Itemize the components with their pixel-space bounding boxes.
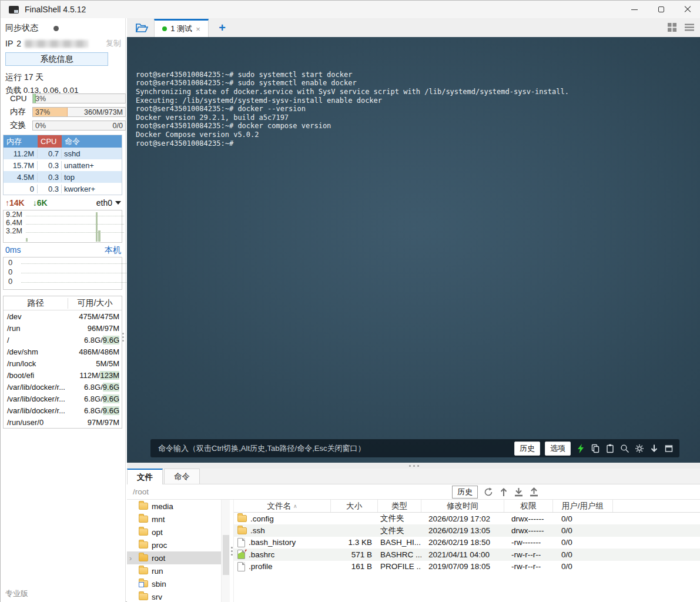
- tree-item[interactable]: › run: [127, 564, 221, 577]
- disk-row[interactable]: /run/lock 5M/5M: [4, 357, 122, 369]
- tab-commands[interactable]: 命令: [164, 469, 200, 484]
- ip-value-redacted: [25, 40, 88, 48]
- refresh-button[interactable]: [483, 487, 493, 497]
- file-name: .config: [250, 514, 274, 523]
- sync-status-dot: [53, 26, 59, 31]
- tab-files[interactable]: 文件: [127, 469, 163, 484]
- tab-close-icon[interactable]: ×: [196, 25, 200, 34]
- file-table-header: 文件名∧ 大小 类型 修改时间 权限 用户/用户组: [234, 500, 700, 513]
- expander-chevron-icon[interactable]: ›: [129, 554, 135, 563]
- file-row[interactable]: .config 文件夹 2026/02/19 17:02 drwx------ …: [234, 513, 700, 524]
- ping-gridline: 0: [8, 257, 126, 267]
- tree-item[interactable]: › srv: [127, 590, 221, 602]
- tree-item[interactable]: › media: [127, 500, 221, 513]
- tab-terminal-1[interactable]: 1 测试 ×: [154, 19, 209, 37]
- upload-button[interactable]: [529, 487, 539, 497]
- process-col-cpu[interactable]: CPU: [38, 135, 62, 148]
- disk-row[interactable]: /run/user/0 97M/97M: [4, 416, 122, 428]
- connection-speed-button[interactable]: [575, 443, 585, 453]
- tree-scrollbar-thumb[interactable]: [223, 535, 229, 575]
- ping-gridline: 0: [8, 276, 126, 286]
- disk-row[interactable]: /run 96M/97M: [4, 322, 122, 334]
- tree-item[interactable]: › opt: [127, 526, 221, 539]
- copy-icon: [591, 444, 600, 453]
- tree-resize-handle[interactable]: [230, 500, 234, 602]
- disk-row[interactable]: /dev 475M/475M: [4, 310, 122, 322]
- tree-item-label: media: [152, 502, 173, 511]
- disk-col-path[interactable]: 路径: [4, 298, 68, 309]
- process-table-header[interactable]: 内存 CPU 命令: [4, 135, 122, 148]
- file-row[interactable]: .bash_history 1.3 KB BASH_HI... 2026/02/…: [234, 537, 700, 549]
- tree-scrollbar[interactable]: [221, 500, 230, 602]
- disk-path: /var/lib/docker/r...: [4, 394, 66, 403]
- tree-item[interactable]: › mnt: [127, 513, 221, 526]
- sidebar-resize-handle[interactable]: [122, 333, 125, 342]
- panel-resize-handle[interactable]: [127, 463, 700, 469]
- minimize-button[interactable]: [621, 1, 648, 18]
- disk-row[interactable]: / 6.8G/9.6G: [4, 334, 122, 346]
- file-row[interactable]: .profile 161 B PROFILE ... 2019/07/09 18…: [234, 561, 700, 573]
- file-row[interactable]: .ssh 文件夹 2026/02/19 13:05 drwx------ 0/0: [234, 524, 700, 536]
- file-permissions: drwx------: [504, 514, 553, 523]
- disk-row[interactable]: /var/lib/docker/r... 6.8G/9.6G: [4, 404, 122, 416]
- disk-row[interactable]: /var/lib/docker/r... 6.8G/9.6G: [4, 381, 122, 393]
- col-owner[interactable]: 用户/用户组: [553, 500, 613, 512]
- history-button[interactable]: 历史: [514, 442, 540, 456]
- paste-button[interactable]: [605, 443, 615, 453]
- network-gridline: 9.2M: [6, 210, 124, 219]
- settings-button[interactable]: [634, 443, 644, 453]
- path-history-button[interactable]: 历史: [452, 486, 478, 499]
- layout-grid-icon[interactable]: [667, 22, 677, 32]
- file-row[interactable]: .bashrc 571 B BASHRC ... 2021/04/11 04:0…: [234, 549, 700, 560]
- system-info-button[interactable]: 系统信息: [5, 52, 108, 66]
- ping-target[interactable]: 本机: [105, 245, 121, 256]
- resource-meter: CPU 3%: [10, 93, 126, 103]
- open-folder-icon: [135, 23, 148, 33]
- terminal-screen[interactable]: root@ser435010084235:~# sudo systemctl s…: [127, 37, 700, 463]
- connection-manager-button[interactable]: [134, 22, 149, 34]
- current-path-input[interactable]: /root: [133, 487, 149, 496]
- disk-row[interactable]: /boot/efi 112M/123M: [4, 369, 122, 381]
- col-filename[interactable]: 文件名∧: [234, 500, 331, 512]
- col-permissions[interactable]: 权限: [504, 500, 553, 512]
- process-row[interactable]: 15.7M 0.3 unatten+: [4, 159, 122, 171]
- download-button[interactable]: [514, 487, 524, 497]
- meter-bar: 0% 0/0: [32, 121, 126, 131]
- scroll-to-bottom-button[interactable]: [649, 443, 659, 453]
- copy-button[interactable]: [590, 443, 600, 453]
- col-type[interactable]: 类型: [378, 500, 421, 512]
- process-row[interactable]: 4.5M 0.3 top: [4, 171, 122, 183]
- menu-icon[interactable]: [684, 22, 695, 32]
- disk-col-size[interactable]: 可用/大小: [68, 298, 122, 309]
- ping-chart: 0 0 0: [3, 257, 122, 290]
- ping-y-label: 0: [8, 277, 21, 286]
- new-tab-button[interactable]: +: [215, 21, 229, 35]
- disk-row[interactable]: /dev/shm 486M/486M: [4, 346, 122, 357]
- network-y-label: 3.2M: [6, 227, 26, 235]
- tree-item[interactable]: › proc: [127, 539, 221, 551]
- connected-dot-icon: [162, 26, 167, 31]
- interface-selector[interactable]: eth0: [96, 198, 121, 208]
- command-input-bar[interactable]: 命令输入（双击Ctrl切换,Alt历史,Tab路径/命令,Esc关闭窗口） 历史…: [150, 439, 679, 457]
- disk-path: /run: [4, 324, 66, 333]
- options-button[interactable]: 选项: [545, 442, 571, 456]
- disk-usage: 97M/97M: [66, 418, 122, 427]
- search-button[interactable]: [619, 443, 629, 453]
- col-size[interactable]: 大小: [331, 500, 378, 512]
- meter-label: 交换: [10, 120, 32, 131]
- process-row[interactable]: 11.2M 0.7 sshd: [4, 148, 122, 159]
- process-col-cmd[interactable]: 命令: [62, 135, 122, 148]
- tree-item[interactable]: › sbin: [127, 577, 221, 590]
- process-col-mem[interactable]: 内存: [4, 135, 38, 148]
- process-row[interactable]: 0 0.3 kworker+: [4, 183, 122, 195]
- disk-table-header[interactable]: 路径 可用/大小: [4, 296, 122, 310]
- close-button[interactable]: [674, 1, 700, 18]
- tree-item[interactable]: › root: [127, 551, 221, 564]
- col-mtime[interactable]: 修改时间: [421, 500, 504, 512]
- disk-row[interactable]: /var/lib/docker/r... 6.8G/9.6G: [4, 393, 122, 404]
- command-input-hint: 命令输入（双击Ctrl切换,Alt历史,Tab路径/命令,Esc关闭窗口）: [158, 443, 365, 454]
- window-mode-button[interactable]: [664, 443, 674, 453]
- maximize-button[interactable]: [648, 1, 674, 18]
- transfer-list-button[interactable]: [498, 487, 508, 497]
- copy-ip-button[interactable]: 复制: [106, 38, 121, 49]
